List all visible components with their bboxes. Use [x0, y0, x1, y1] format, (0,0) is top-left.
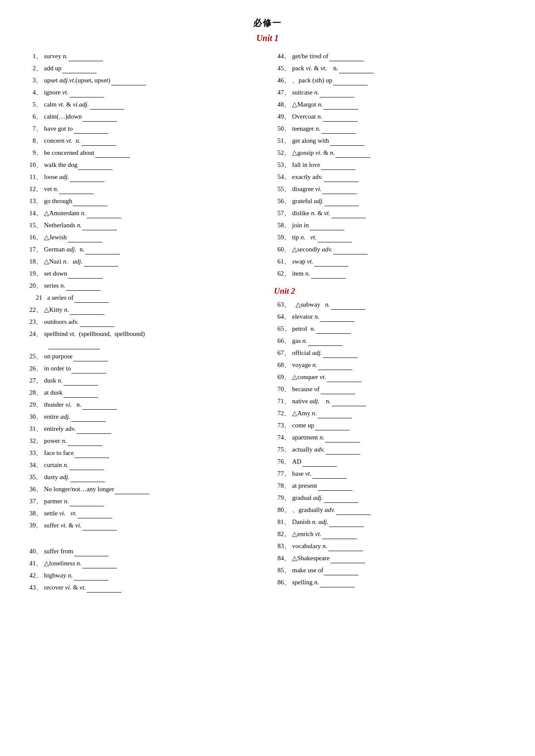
- item-number: 74、: [274, 432, 290, 442]
- item-number: 71、: [274, 396, 290, 406]
- list-item: 70、because of: [274, 384, 509, 394]
- item-number: 24、: [26, 329, 42, 339]
- item-number: 41、: [26, 558, 42, 568]
- item-entry: △Amsterdam n.: [44, 208, 261, 218]
- item-number: 20、: [26, 280, 42, 291]
- item-entry: grateful adj.: [292, 196, 509, 206]
- item-number: 23、: [26, 317, 42, 327]
- item-number: 6、: [26, 111, 42, 122]
- list-item: 72、△Amy n.: [274, 408, 509, 418]
- item-number: 69、: [274, 372, 290, 382]
- item-number: 7、: [26, 123, 42, 134]
- list-item: 34、curtain n.: [26, 460, 261, 470]
- item-number: 72、: [274, 408, 290, 418]
- item-number: 57、: [274, 208, 290, 218]
- item-number: 5、: [26, 99, 42, 110]
- item-number: 9、: [26, 147, 42, 158]
- item-entry: in order to: [44, 363, 261, 373]
- list-item: 9、be concerned about: [26, 147, 261, 158]
- list-item: 47、suitcase n.: [274, 87, 509, 97]
- item-number: 63、: [274, 299, 290, 310]
- list-item: 25、on purpose: [26, 351, 261, 361]
- item-entry: swap vt.: [292, 256, 509, 267]
- list-item: 20、series n.: [26, 280, 261, 291]
- item-entry: entire adj.: [44, 411, 261, 422]
- item-entry: elevator n.: [292, 311, 509, 322]
- list-item: 26、in order to: [26, 363, 261, 373]
- item-entry: Overcoat n.: [292, 111, 509, 122]
- item-entry: set down: [44, 268, 261, 279]
- list-item: 63、 △subway n.: [274, 299, 509, 310]
- item-number: 58、: [274, 220, 290, 230]
- list-item: 77、base vt.: [274, 468, 509, 479]
- item-entry: add up: [44, 63, 261, 73]
- item-number: 39、: [26, 520, 42, 530]
- item-entry: teenager n.: [292, 123, 509, 134]
- list-item: 49、Overcoat n.: [274, 111, 509, 122]
- list-item: 7、have got to: [26, 123, 261, 134]
- item-entry: exactly adv.: [292, 172, 509, 182]
- list-item: 42、highway n.: [26, 570, 261, 580]
- list-item: 23、outdoors adv.: [26, 317, 261, 327]
- item-entry: thunder vi. n.: [44, 399, 261, 410]
- item-entry: get along with: [292, 135, 509, 146]
- item-entry: survey n.: [44, 51, 261, 61]
- item-number: 61、: [274, 256, 290, 267]
- item-number: 59、: [274, 232, 290, 242]
- item-entry: spelling n.: [292, 577, 509, 587]
- list-item: 22、△Kitty n.: [26, 304, 261, 315]
- list-item: 50、teenager n.: [274, 123, 509, 134]
- item-entry: ignore vt.: [44, 87, 261, 97]
- list-item: 19、set down: [26, 268, 261, 279]
- item-number: 35、: [26, 472, 42, 482]
- item-entry: official adj.: [292, 348, 509, 358]
- item-number: 64、: [274, 311, 290, 322]
- item-entry: come up: [292, 420, 509, 430]
- list-item: 76、AD: [274, 456, 509, 467]
- list-item: 57、dislike n. & vt.: [274, 208, 509, 218]
- item-number: 48、: [274, 99, 290, 110]
- item-number: 14、: [26, 208, 42, 218]
- item-number: 80、: [274, 505, 290, 515]
- item-number: 76、: [274, 456, 290, 467]
- list-item: 64、elevator n.: [274, 311, 509, 322]
- list-item: 59、tip n. vt.: [274, 232, 509, 242]
- item-number: 66、: [274, 336, 290, 346]
- item-entry: base vt.: [292, 468, 509, 479]
- list-item: 48、△Margot n.: [274, 99, 509, 110]
- list-item: 82、△enrich vt.: [274, 529, 509, 539]
- list-item: 86、spelling n.: [274, 577, 509, 587]
- item-entry: upset adj.vt.(upset, upset): [44, 75, 261, 85]
- item-entry: dusk n.: [44, 375, 261, 386]
- item-number: 34、: [26, 460, 42, 470]
- list-item: 61、swap vt.: [274, 256, 509, 267]
- item-number: 15、: [26, 220, 42, 230]
- item-number: 79、: [274, 492, 290, 503]
- list-item: 15、Netherlands n.: [26, 220, 261, 230]
- item-number: 75、: [274, 444, 290, 455]
- list-item: 69、△conquer vt.: [274, 372, 509, 382]
- item-entry: because of: [292, 384, 509, 394]
- item-number: 52、: [274, 147, 290, 158]
- item-entry: fall in love: [292, 160, 509, 170]
- item-number: 44、: [274, 51, 290, 61]
- list-item: 33、face to face: [26, 448, 261, 458]
- list-item: 84、△Shakespeare: [274, 553, 509, 563]
- item-number: 30、: [26, 411, 42, 422]
- item-entry: △Kitty n.: [44, 304, 261, 315]
- item-entry: △Jewish: [44, 232, 261, 242]
- list-item: 62、item n.: [274, 268, 509, 279]
- item-number: 40、: [26, 546, 42, 556]
- list-item: 81、Danish n. adj.: [274, 517, 509, 527]
- list-item: 2、add up: [26, 63, 261, 73]
- item-entry: partner n.: [44, 496, 261, 506]
- list-item: 58、join in: [274, 220, 509, 230]
- page-title: 必修一: [26, 17, 509, 29]
- item-entry: △subway n.: [292, 299, 509, 310]
- item-number: 28、: [26, 387, 42, 398]
- item-number: 50、: [274, 123, 290, 134]
- item-number: 37、: [26, 496, 42, 506]
- list-item: 56、grateful adj.: [274, 196, 509, 206]
- item-number: 77、: [274, 468, 290, 479]
- list-item: 40、suffer from: [26, 546, 261, 556]
